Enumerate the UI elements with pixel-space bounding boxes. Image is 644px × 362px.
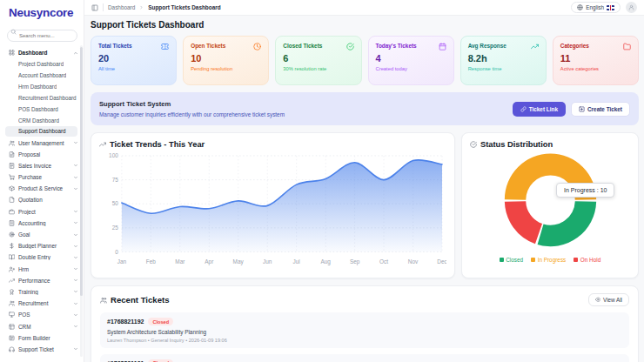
monitor-icon: [9, 312, 15, 318]
banner-actions: Ticket LinkCreate Ticket: [513, 102, 630, 117]
sidebar-item-proposal[interactable]: Proposal: [0, 149, 84, 160]
package-icon: [9, 185, 15, 191]
sidebar-subitem-recruitment-dashboard[interactable]: Recruitment Dashboard: [5, 92, 77, 104]
folder-icon: [623, 43, 631, 50]
stat-card-today-s-tickets: Today's Tickets 4 Created today: [368, 36, 454, 85]
stat-card-open-tickets: Open Tickets 10 Pending resolution: [183, 36, 269, 85]
donut-legend: Closed In Progress On Hold: [470, 257, 630, 263]
sidebar-item-crm[interactable]: CRM: [0, 320, 84, 332]
chevron-up-icon: [73, 50, 78, 56]
ticket-row[interactable]: #1768821191 Closed: [100, 354, 629, 362]
sidebar-item-hrm[interactable]: Hrm: [0, 263, 84, 274]
create-ticket-button[interactable]: Create Ticket: [571, 102, 630, 117]
users-icon: [100, 297, 107, 304]
donut-segment-on-hold[interactable]: [504, 201, 541, 244]
sidebar-subitem-support-dashboard[interactable]: Support Dashboard: [5, 126, 77, 137]
sidebar-toggle-icon[interactable]: [91, 4, 98, 11]
sidebar-subitem-label: Support Dashboard: [18, 128, 66, 134]
sidebar-item-label: Project: [18, 209, 70, 215]
breadcrumb-dashboard[interactable]: Dashboard: [108, 4, 135, 10]
legend-item-on-hold[interactable]: On Hold: [574, 257, 600, 263]
donut-segment-closed[interactable]: [537, 201, 596, 246]
sidebar-subitem-hrm-dashboard[interactable]: Hrm Dashboard: [5, 81, 77, 92]
sidebar-subitem-pos-dashboard[interactable]: POS Dashboard: [5, 104, 77, 115]
stat-value: 4: [376, 53, 446, 64]
sidebar-item-goal[interactable]: Goal: [0, 229, 84, 240]
ticket-id: #1768821192: [107, 318, 144, 325]
sidebar-item-project[interactable]: Project: [0, 206, 84, 218]
sidebar-item-recruitment[interactable]: Recruitment: [0, 298, 84, 309]
sidebar-subitem-project-dashboard[interactable]: Project Dashboard: [5, 58, 77, 70]
stat-value: 6: [283, 53, 353, 64]
sidebar: Neusyncore DashboardProject DashboardAcc…: [0, 0, 84, 362]
sidebar-nav: DashboardProject DashboardAccount Dashbo…: [0, 45, 84, 362]
sidebar-item-training[interactable]: Training: [0, 286, 84, 298]
ticket-link-button[interactable]: Ticket Link: [513, 102, 566, 117]
legend-swatch: [500, 258, 504, 262]
user-icon: [628, 4, 634, 10]
invoice-icon: [9, 163, 15, 169]
svg-text:Jul: Jul: [293, 258, 300, 265]
chevron-down-icon: [73, 232, 78, 238]
support-ticket-banner: Support Ticket System Manage customer in…: [91, 92, 639, 125]
legend-item-closed[interactable]: Closed: [500, 257, 523, 263]
ticket-title: System Architecture Scalability Planning: [107, 329, 622, 335]
eye-icon: [595, 297, 601, 303]
grid-icon: [9, 50, 15, 56]
sidebar-item-purchase[interactable]: Purchase: [0, 171, 84, 183]
language-selector[interactable]: English: [571, 2, 621, 13]
search-icon: [10, 29, 17, 35]
sidebar-item-budget-planner[interactable]: Budget Planner: [0, 240, 84, 251]
avatar[interactable]: [626, 2, 637, 13]
calendar-icon: [439, 43, 446, 50]
sidebar-item-label: Product & Service: [18, 185, 70, 191]
check-circle-icon: [470, 141, 477, 148]
chevron-down-icon: [73, 301, 78, 306]
sidebar-search: [7, 25, 77, 42]
sidebar-item-form-builder[interactable]: Form Builder: [0, 332, 84, 344]
sidebar-item-product-service[interactable]: Product & Service: [0, 183, 84, 194]
sidebar-subitem-label: CRM Dashboard: [18, 117, 59, 124]
sidebar-item-accounting[interactable]: Accounting: [0, 218, 84, 229]
sidebar-item-quotation[interactable]: Quotation: [0, 194, 84, 205]
book-icon: [9, 254, 15, 260]
sidebar-subitem-crm-dashboard[interactable]: CRM Dashboard: [5, 115, 77, 126]
stat-label: Open Tickets: [191, 43, 225, 49]
sidebar-subitem-label: Recruitment Dashboard: [18, 95, 77, 101]
form-icon: [9, 335, 15, 341]
donut-chart: In Progress : 10: [470, 150, 630, 255]
sidebar-scrollbar-thumb[interactable]: [80, 47, 83, 296]
legend-label: On Hold: [580, 257, 600, 263]
sidebar-item-support-ticket[interactable]: Support Ticket: [0, 344, 84, 355]
legend-swatch: [574, 258, 578, 262]
sidebar-subitem-account-dashboard[interactable]: Account Dashboard: [5, 70, 77, 81]
svg-text:100: 100: [109, 152, 118, 158]
svg-text:Mar: Mar: [175, 258, 185, 265]
page-title: Support Tickets Dashboard: [91, 20, 639, 30]
stat-label: Avg Response: [468, 43, 506, 49]
sidebar-item-sales-invoice[interactable]: Sales Invoice: [0, 160, 84, 171]
chevron-down-icon: [73, 220, 78, 225]
chevron-down-icon: [73, 289, 78, 294]
trending-up-icon: [9, 278, 15, 284]
sidebar-item-performance[interactable]: Performance: [0, 275, 84, 286]
divider: [103, 3, 104, 11]
sidebar-item-label: Recruitment: [18, 300, 70, 306]
svg-text:Aug: Aug: [320, 258, 331, 265]
stat-subtext: 30% resolution rate: [283, 66, 353, 71]
sidebar-item-double-entry[interactable]: Double Entry: [0, 251, 84, 263]
users-icon: [9, 140, 15, 146]
sidebar-item-pos[interactable]: POS: [0, 309, 84, 320]
svg-text:0: 0: [115, 249, 118, 255]
sidebar-item-dashboard[interactable]: Dashboard: [0, 47, 84, 58]
sidebar-item-label: Quotation: [18, 197, 78, 203]
stat-value: 20: [98, 53, 169, 64]
sidebar-item-user-management[interactable]: User Management: [0, 137, 84, 148]
legend-item-in-progress[interactable]: In Progress: [531, 257, 566, 263]
search-input[interactable]: [7, 30, 77, 42]
trend-chart-title: Ticket Trends - This Year: [110, 140, 205, 149]
svg-text:Apr: Apr: [205, 258, 214, 265]
ticket-row[interactable]: #1768821192 Closed System Architecture S…: [100, 312, 629, 348]
view-all-button[interactable]: View All: [588, 293, 629, 306]
sidebar-item-label: Budget Planner: [18, 243, 70, 249]
